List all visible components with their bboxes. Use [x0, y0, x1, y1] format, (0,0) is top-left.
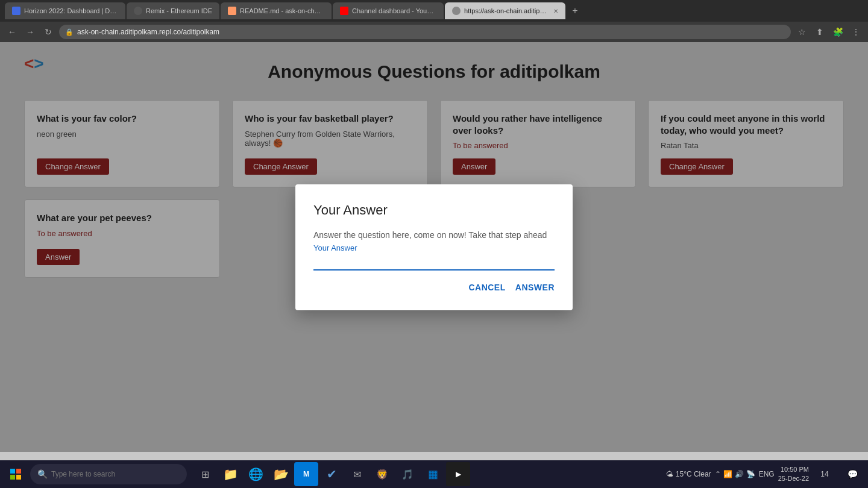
- tab-2-favicon: [134, 7, 142, 15]
- menu-button[interactable]: ⋮: [849, 25, 863, 39]
- tab-5-active[interactable]: https://ask-on-chain.aditipolkam... ✕: [445, 2, 565, 19]
- taskbar-clock: 10:50 PM 25-Dec-22: [778, 465, 809, 484]
- taskbar-search-input[interactable]: [51, 470, 172, 478]
- svg-rect-3: [16, 475, 21, 480]
- taskbar-system-tray: 🌤 15°C Clear ⌃ 📶 🔊 📡 ENG 10:50 PM 25-Dec…: [666, 462, 864, 486]
- folder-icon[interactable]: 📂: [269, 462, 293, 486]
- date-display: 25-Dec-22: [778, 474, 809, 483]
- back-button[interactable]: ←: [5, 25, 19, 39]
- tab-1[interactable]: Horizon 2022: Dashboard | Devfolio: [5, 2, 125, 19]
- lang-indicator: ENG: [759, 470, 775, 478]
- modal-input-label: Your Answer: [313, 243, 555, 252]
- browser-chrome: Horizon 2022: Dashboard | Devfolio Remix…: [0, 0, 868, 42]
- notification-icon[interactable]: 💬: [840, 462, 864, 486]
- tab-3-favicon: [228, 7, 236, 15]
- file-explorer-icon[interactable]: 📁: [218, 462, 242, 486]
- tab-2-label: Remix - Ethereum IDE: [146, 7, 212, 14]
- address-bar[interactable]: 🔒 ask-on-chain.aditipolkam.repl.co/aditi…: [59, 25, 791, 39]
- taskbar-app-icons: ⊞ 📁 🌐 📂 M ✔ ✉ 🦁 🎵 ▦ ▶: [193, 462, 664, 486]
- wifi-icon: 📡: [746, 470, 755, 478]
- url-text: ask-on-chain.aditipolkam.repl.co/aditipo…: [77, 28, 219, 36]
- battery-icon: 14: [813, 462, 837, 486]
- svg-rect-0: [10, 469, 15, 474]
- sys-icons: 🌤 15°C Clear: [666, 470, 711, 478]
- tab-bar: Horizon 2022: Dashboard | Devfolio Remix…: [0, 0, 868, 22]
- taskbar: 🔍 ⊞ 📁 🌐 📂 M ✔ ✉ 🦁 🎵 ▦ ▶ 🌤 15°C Clear ⌃ 📶…: [0, 460, 868, 488]
- new-tab-button[interactable]: +: [567, 2, 583, 19]
- lock-icon: 🔒: [65, 28, 74, 36]
- tab-5-label: https://ask-on-chain.aditipolkam...: [464, 7, 547, 14]
- nav-bar: ← → ↻ 🔒 ask-on-chain.aditipolkam.repl.co…: [0, 22, 868, 42]
- vscode-icon[interactable]: ▦: [421, 462, 445, 486]
- weather-text: 15°C Clear: [676, 470, 711, 478]
- modal-description: Answer the question here, come on now! T…: [313, 230, 555, 240]
- battery-level: 14: [820, 470, 828, 478]
- network-icon: 📶: [723, 470, 732, 478]
- app1-icon[interactable]: M: [294, 462, 318, 486]
- chevron-up-icon: ⌃: [715, 470, 721, 478]
- tab-4[interactable]: Channel dashboard - YouTube Studio: [333, 2, 444, 19]
- modal-overlay: Your Answer Answer the question here, co…: [0, 42, 868, 452]
- app2-icon[interactable]: ✔: [319, 462, 344, 486]
- modal-title: Your Answer: [313, 202, 555, 218]
- app3-icon[interactable]: ✉: [345, 462, 369, 486]
- language-label: ENG: [759, 470, 775, 478]
- forward-button[interactable]: →: [23, 25, 37, 39]
- reload-button[interactable]: ↻: [41, 25, 55, 39]
- terminal-icon[interactable]: ▶: [446, 462, 470, 486]
- tab-5-close-icon[interactable]: ✕: [553, 8, 558, 14]
- tab-4-label: Channel dashboard - YouTube Studio: [352, 7, 436, 14]
- time-display: 10:50 PM: [778, 465, 809, 474]
- tab-3[interactable]: README.md - ask-on-chain - Replit: [221, 2, 332, 19]
- app5-icon[interactable]: 🎵: [395, 462, 420, 486]
- modal-actions: CANCEL ANSWER: [313, 283, 555, 292]
- modal-cancel-button[interactable]: CANCEL: [468, 283, 505, 292]
- network-icons: ⌃ 📶 🔊 📡: [715, 470, 755, 478]
- tab-5-favicon: [452, 7, 461, 15]
- modal-dialog: Your Answer Answer the question here, co…: [295, 184, 573, 310]
- taskbar-search-bar[interactable]: 🔍: [30, 464, 187, 484]
- weather-icon: 🌤: [666, 470, 673, 478]
- page-content: <> Anonymous Questions for aditipolkam W…: [0, 42, 868, 452]
- tab-1-label: Horizon 2022: Dashboard | Devfolio: [24, 7, 118, 14]
- tab-3-label: README.md - ask-on-chain - Replit: [240, 7, 324, 14]
- tab-1-favicon: [12, 7, 20, 15]
- tab-2[interactable]: Remix - Ethereum IDE: [127, 2, 219, 19]
- modal-answer-input[interactable]: [313, 255, 555, 271]
- svg-rect-1: [16, 469, 21, 474]
- volume-icon: 🔊: [735, 470, 744, 478]
- modal-answer-button[interactable]: ANSWER: [515, 283, 555, 292]
- start-button[interactable]: [4, 462, 28, 486]
- bookmark-icon[interactable]: ☆: [794, 25, 809, 39]
- search-icon: 🔍: [37, 469, 48, 479]
- svg-rect-2: [10, 475, 15, 480]
- task-view-icon[interactable]: ⊞: [193, 462, 217, 486]
- edge-icon[interactable]: 🌐: [244, 462, 268, 486]
- extensions-icon[interactable]: 🧩: [831, 25, 845, 39]
- tab-4-favicon: [340, 7, 348, 15]
- brave-icon[interactable]: 🦁: [370, 462, 394, 486]
- share-icon[interactable]: ⬆: [813, 25, 827, 39]
